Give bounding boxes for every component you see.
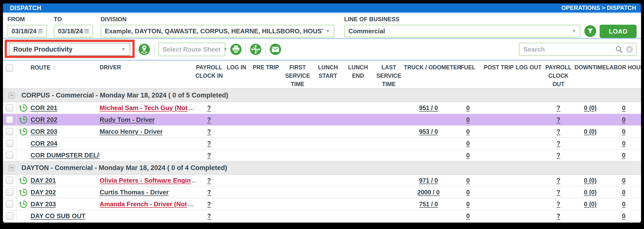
route-link[interactable]: COR DUMPSTER DEL/REM xyxy=(30,151,100,159)
fuel-link[interactable]: 0 xyxy=(466,177,470,184)
load-button[interactable]: LOAD xyxy=(600,25,636,38)
table-row[interactable]: COR DUMPSTER DEL/REM ? 0 ? 0 xyxy=(3,149,641,161)
route-link[interactable]: DAY 203 xyxy=(30,200,56,208)
collapse-group-icon[interactable]: − xyxy=(8,165,15,171)
table-row[interactable]: COR 204 ? 0 ? 0 xyxy=(3,137,641,149)
search-icon[interactable] xyxy=(615,45,624,54)
sort-ascending-icon[interactable]: ↑ xyxy=(52,64,56,71)
driver-link[interactable]: Curtis Thomas - Driver xyxy=(100,188,169,196)
search-box[interactable] xyxy=(519,43,636,56)
payroll-clock-in-link[interactable]: ? xyxy=(207,128,211,135)
payroll-clock-out-link[interactable]: ? xyxy=(556,152,560,159)
column-header-payroll-clock-out[interactable]: PAYROLL CLOCK OUT xyxy=(542,61,574,89)
payroll-clock-in-link[interactable]: ? xyxy=(207,177,211,184)
row-checkbox[interactable] xyxy=(6,128,13,135)
column-header-lunch-start[interactable]: LUNCH START xyxy=(314,61,342,89)
downtime-link[interactable]: 0 (0) xyxy=(584,104,596,111)
labor-hours-link[interactable]: 0 xyxy=(622,116,626,123)
payroll-clock-out-link[interactable]: ? xyxy=(556,116,560,123)
table-row[interactable]: DAY CO SUB OUT ? 0 ? 0 xyxy=(3,210,641,222)
column-header-lunch-end[interactable]: LUNCH END xyxy=(342,61,374,89)
column-header-log-in[interactable]: LOG IN xyxy=(223,61,250,89)
fuel-link[interactable]: 0 xyxy=(466,212,470,219)
payroll-clock-out-link[interactable]: ? xyxy=(556,140,560,147)
row-checkbox[interactable] xyxy=(6,200,13,208)
column-header-payroll-clock-in[interactable]: PAYROLL CLOCK IN xyxy=(195,61,223,89)
driver-link[interactable]: Olivia Peters - Software Engin xyxy=(100,177,191,184)
route-history-clock-icon[interactable] xyxy=(19,188,28,197)
table-row[interactable]: DAY 201 Olivia Peters - Software Engin… … xyxy=(3,174,641,186)
labor-hours-link[interactable]: 0 xyxy=(622,104,626,111)
driver-link[interactable]: Marco Henry - Driver xyxy=(100,128,163,135)
route-link[interactable]: COR 204 xyxy=(30,140,57,147)
column-header-labor-hours[interactable]: LABOR HOURS xyxy=(606,61,641,89)
labor-hours-link[interactable]: 0 xyxy=(622,177,626,184)
column-header-downtime[interactable]: DOWNTIME xyxy=(574,61,606,89)
row-checkbox[interactable] xyxy=(6,140,13,147)
report-type-select[interactable]: Route Productivity ▼ xyxy=(9,43,130,56)
from-date-value[interactable] xyxy=(12,27,38,35)
clear-search-icon[interactable] xyxy=(626,45,634,53)
route-history-clock-icon[interactable] xyxy=(19,200,28,209)
calendar-icon[interactable] xyxy=(38,28,43,35)
payroll-clock-out-link[interactable]: ? xyxy=(556,104,560,111)
labor-hours-link[interactable]: 0 xyxy=(622,140,626,147)
truck-odometer-link[interactable]: 2000 / 0 xyxy=(418,189,440,196)
truck-odometer-link[interactable]: 971 / 0 xyxy=(419,177,438,184)
column-header-pre-trip[interactable]: PRE TRIP xyxy=(250,61,282,89)
payroll-clock-out-link[interactable]: ? xyxy=(556,177,560,184)
column-header-driver[interactable]: DRIVER xyxy=(100,61,195,89)
row-checkbox[interactable] xyxy=(6,104,13,112)
row-checkbox[interactable] xyxy=(6,188,13,196)
route-history-clock-icon[interactable] xyxy=(19,115,28,124)
payroll-clock-in-link[interactable]: ? xyxy=(207,116,211,123)
select-all-checkbox[interactable] xyxy=(6,64,13,72)
route-history-clock-icon[interactable] xyxy=(19,127,28,136)
row-checkbox[interactable] xyxy=(6,212,13,220)
truck-odometer-link[interactable]: 751 / 0 xyxy=(419,201,438,207)
to-date-value[interactable] xyxy=(58,27,84,35)
fuel-link[interactable]: 0 xyxy=(466,104,470,111)
downtime-link[interactable]: 0 (0) xyxy=(584,128,596,135)
column-header-post-trip[interactable]: POST TRIP xyxy=(483,61,515,89)
column-header-truck-odometer[interactable]: TRUCK / ODOMETER xyxy=(404,61,453,89)
table-row[interactable]: DAY 203 Amanda French - Driver (Not… ? 7… xyxy=(3,198,641,210)
driver-link[interactable]: Micheal Sam - Tech Guy (Not xyxy=(100,104,188,112)
route-sheet-select[interactable]: Select Route Sheet ▼ xyxy=(158,43,225,56)
payroll-clock-in-link[interactable]: ? xyxy=(207,201,211,207)
table-row[interactable]: DAY 202 Curtis Thomas - Driver ? 2000 / … xyxy=(3,186,641,198)
to-date-input[interactable] xyxy=(54,25,93,38)
route-link[interactable]: COR 203 xyxy=(30,128,57,135)
fuel-link[interactable]: 0 xyxy=(466,201,470,207)
payroll-clock-in-link[interactable]: ? xyxy=(207,212,211,219)
fuel-link[interactable]: 0 xyxy=(466,189,470,196)
payroll-clock-out-link[interactable]: ? xyxy=(556,212,560,219)
route-link[interactable]: DAY CO SUB OUT xyxy=(30,212,86,220)
labor-hours-link[interactable]: 0 xyxy=(622,201,626,207)
downtime-link[interactable]: 0 (0) xyxy=(584,201,596,207)
calendar-icon[interactable] xyxy=(84,28,90,35)
labor-hours-link[interactable]: 0 xyxy=(622,189,626,196)
row-checkbox[interactable] xyxy=(6,151,13,159)
route-link[interactable]: DAY 202 xyxy=(30,188,56,196)
route-history-clock-icon[interactable] xyxy=(19,176,28,185)
division-select[interactable]: Example, DAYTON, QAWASTE, CORPUS, HEARNE… xyxy=(100,25,334,38)
table-row[interactable]: COR 201 Micheal Sam - Tech Guy (Not… ? 9… xyxy=(3,102,641,114)
route-history-clock-icon[interactable] xyxy=(19,103,28,113)
downtime-link[interactable]: 0 (0) xyxy=(584,177,596,184)
labor-hours-link[interactable]: 0 xyxy=(622,152,626,159)
route-link[interactable]: DAY 201 xyxy=(30,177,56,184)
route-link[interactable]: COR 202 xyxy=(30,116,57,123)
payroll-clock-in-link[interactable]: ? xyxy=(207,140,211,147)
route-grid-button[interactable] xyxy=(250,44,261,55)
labor-hours-link[interactable]: 0 xyxy=(622,128,626,135)
from-date-input[interactable] xyxy=(8,25,47,38)
truck-odometer-link[interactable]: 953 / 0 xyxy=(419,128,438,135)
table-row[interactable]: COR 203 Marco Henry - Driver ? 953 / 0 0… xyxy=(3,126,641,137)
collapse-group-icon[interactable]: − xyxy=(8,92,15,99)
payroll-clock-out-link[interactable]: ? xyxy=(556,201,560,207)
column-header-last-service-time[interactable]: LAST SERVICE TIME xyxy=(374,61,404,89)
column-header-log-out[interactable]: LOG OUT xyxy=(515,61,542,89)
truck-odometer-link[interactable]: 951 / 0 xyxy=(419,104,438,111)
email-button[interactable] xyxy=(270,44,281,55)
